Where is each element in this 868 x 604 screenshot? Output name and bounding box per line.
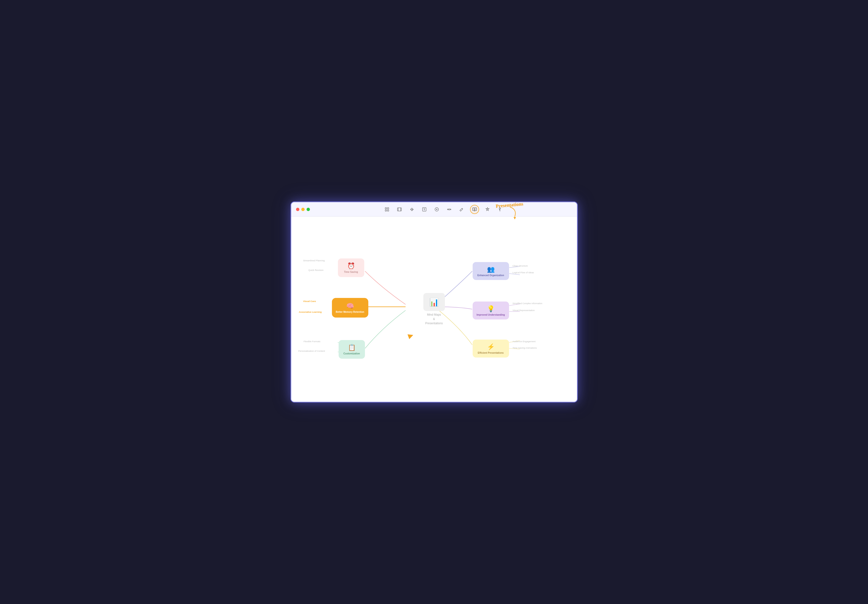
svg-rect-1 [385, 208, 386, 209]
text-tool-button[interactable] [420, 205, 428, 214]
svg-rect-5 [397, 208, 401, 211]
add-tool-button[interactable] [433, 205, 441, 214]
better-memory-retention-node[interactable]: 🧠 Better Memory Retention [332, 299, 368, 317]
customization-node[interactable]: 📋 Customization [339, 340, 365, 359]
flexible-formats-label: Flexible Formats [304, 340, 321, 343]
personalization-label: Personalization of Content [298, 350, 325, 352]
present-tool-button[interactable] [470, 205, 479, 214]
time-saving-animations-label: Time Saving Animations [513, 347, 537, 349]
time-saving-icon: ⏰ [347, 262, 355, 270]
visual-rep-label: Visual Representation [513, 309, 535, 311]
toolbar [315, 205, 572, 214]
visual-cues-label: Visual Cues [303, 300, 316, 302]
magic-tool-button[interactable] [484, 205, 491, 214]
title-bar [291, 202, 577, 217]
streamlined-planning-label: Streamlined Planning [303, 259, 325, 262]
svg-rect-4 [387, 210, 389, 211]
close-button[interactable] [296, 208, 299, 211]
minimize-button[interactable] [301, 208, 305, 211]
svg-rect-2 [387, 208, 389, 209]
customization-label: Customization [343, 352, 360, 355]
mindmap-canvas[interactable]: 📊 Mind Maps & Presentations ⏰ Time Savin… [291, 217, 577, 402]
improved-label: Improved Understanding [476, 313, 505, 316]
center-node-icon: 📊 [423, 293, 445, 311]
frame-tool-button[interactable] [395, 205, 403, 214]
time-saving-label: Time Saving [344, 271, 358, 273]
efficient-icon: ⚡ [487, 343, 494, 351]
svg-point-20 [474, 208, 475, 210]
center-node[interactable]: 📊 Mind Maps & Presentations [420, 293, 448, 325]
svg-rect-17 [473, 208, 476, 211]
center-node-label: Mind Maps & Presentations [420, 313, 448, 325]
enhanced-organization-node[interactable]: 👥 Enhanced Organization [473, 262, 509, 280]
associative-learning-label: Associative Learning [299, 311, 322, 313]
select-tool-button[interactable] [383, 205, 391, 214]
enhanced-label: Enhanced Organization [477, 274, 504, 277]
simplified-label: Simplified Complex Information [513, 302, 542, 305]
pen-tool-button[interactable] [457, 205, 466, 214]
time-saving-node[interactable]: ⏰ Time Saving [338, 259, 364, 277]
maximize-button[interactable] [307, 208, 310, 211]
memory-label: Better Memory Retention [336, 311, 364, 313]
logical-flow-label: Logical Flow of Ideas [513, 271, 534, 274]
pin-tool-button[interactable] [496, 205, 504, 214]
efficient-presentations-node[interactable]: ⚡ Efficient Presentations [473, 339, 509, 358]
move-tool-button[interactable] [408, 205, 416, 214]
clear-structure-label: Clear Structure [513, 265, 528, 267]
svg-rect-3 [385, 210, 386, 211]
customization-icon: 📋 [348, 344, 356, 351]
efficient-label: Efficient Presentations [478, 352, 504, 354]
app-window: Presentations [290, 201, 578, 403]
improved-understanding-node[interactable]: 💡 Improved Understanding [473, 302, 509, 319]
memory-icon: 🧠 [346, 302, 354, 310]
enhanced-icon: 👥 [487, 266, 494, 273]
connect-tool-button[interactable] [445, 205, 453, 214]
svg-point-15 [450, 209, 451, 210]
quick-revision-label: Quick Revision [308, 269, 324, 271]
improved-icon: 💡 [487, 305, 494, 313]
window-controls [296, 208, 310, 211]
audience-engagement-label: Audience Engagement [513, 340, 536, 343]
svg-point-14 [447, 209, 448, 210]
